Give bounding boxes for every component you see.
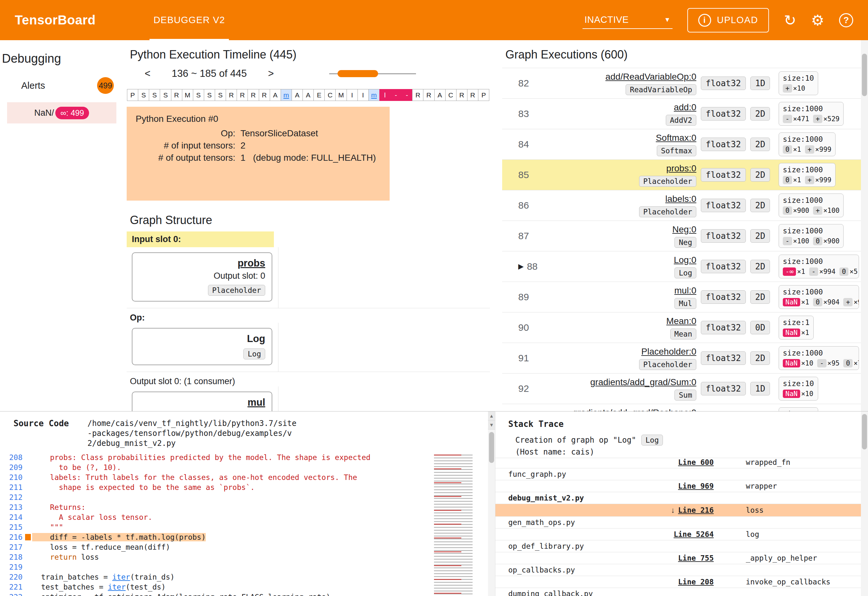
tensor-name-link[interactable]: gradients/add_grad/Reshape:0 xyxy=(573,408,696,412)
code-line[interactable]: 217 loss = tf.reduce_mean(diff) xyxy=(0,542,495,552)
timeline-box[interactable]: S xyxy=(215,89,226,101)
timeline-box[interactable]: I xyxy=(357,89,369,101)
graph-execution-row[interactable]: 93gradients/add_grad/Reshape:0Reshapeflo… xyxy=(502,404,868,411)
timeline-box[interactable]: A xyxy=(434,89,446,101)
stack-line-link[interactable]: Line 600 xyxy=(678,458,714,466)
stack-line-link[interactable]: Line 208 xyxy=(678,578,714,586)
code-line[interactable]: 211 shape is expected to be the same as … xyxy=(0,482,495,493)
code-line[interactable]: 220 train_batches = iter(train_ds) xyxy=(0,572,495,582)
timeline-box[interactable]: R xyxy=(456,89,468,101)
stack-line-link[interactable]: Line 216 xyxy=(678,506,714,514)
graph-executions-scrollbar[interactable] xyxy=(861,40,868,411)
graph-execution-row[interactable]: 92gradients/add_grad/Sum:0Sumfloat321Dsi… xyxy=(502,373,868,404)
scrollbar-thumb[interactable] xyxy=(862,414,867,449)
gear-icon[interactable]: ⚙ xyxy=(811,13,824,28)
timeline-box[interactable]: l xyxy=(379,89,391,101)
output-node-link[interactable]: mul xyxy=(248,397,265,408)
code-line[interactable]: 218 return loss xyxy=(0,552,495,562)
graph-execution-row[interactable]: 91Placeholder:0Placeholderfloat322Dsize:… xyxy=(502,343,868,373)
timeline-box[interactable]: R xyxy=(467,89,478,101)
timeline-box[interactable]: S xyxy=(149,89,160,101)
timeline-box[interactable]: S xyxy=(204,89,215,101)
slider-thumb[interactable] xyxy=(338,70,378,77)
input-node-link[interactable]: probs xyxy=(238,258,265,269)
timeline-prev-button[interactable]: < xyxy=(140,68,155,80)
tensor-name-link[interactable]: probs:0 xyxy=(666,163,696,174)
play-icon[interactable]: ▶ xyxy=(518,262,524,271)
timeline-box[interactable]: m xyxy=(280,89,292,101)
help-icon[interactable]: ? xyxy=(839,13,853,27)
stack-frame-row[interactable]: Line 208invoke_op_callbacks xyxy=(495,576,868,588)
timeline-box[interactable]: S xyxy=(138,89,149,101)
graph-execution-row[interactable]: 89mul:0Mulfloat322Dsize:1000NaN×10×904+×… xyxy=(502,282,868,313)
timeline-box[interactable]: R xyxy=(423,89,434,101)
timeline-box[interactable]: A xyxy=(292,89,303,101)
scrollbar-thumb[interactable] xyxy=(862,54,867,96)
code-line[interactable]: 212 xyxy=(0,493,495,502)
code-line[interactable]: 221 test_batches = iter(test_ds) xyxy=(0,582,495,592)
timeline-box[interactable]: - xyxy=(390,89,402,101)
tensor-name-link[interactable]: add/ReadVariableOp:0 xyxy=(605,72,696,82)
tensor-name-link[interactable]: gradients/add_grad/Sum:0 xyxy=(590,377,696,387)
timeline-box[interactable]: A xyxy=(270,89,281,101)
scroll-up-arrow[interactable]: ▲ xyxy=(488,412,495,420)
tensor-name-link[interactable]: Mean:0 xyxy=(666,316,696,326)
timeline-box[interactable]: S xyxy=(160,89,171,101)
tensor-name-link[interactable]: Placeholder:0 xyxy=(641,347,696,357)
code-line[interactable]: 215 """ xyxy=(0,522,495,533)
stack-line-link[interactable]: Line 5264 xyxy=(673,530,714,538)
tensor-name-link[interactable]: Log:0 xyxy=(674,255,696,265)
timeline-box[interactable]: R xyxy=(226,89,237,101)
code-line[interactable]: 209 to be (?, 10). xyxy=(0,463,495,472)
timeline-box[interactable]: I xyxy=(347,89,358,101)
code-line[interactable]: 213 Returns: xyxy=(0,502,495,512)
scroll-down-arrow[interactable]: ▼ xyxy=(488,420,495,429)
tensor-name-link[interactable]: mul:0 xyxy=(675,285,696,296)
stack-frame-row[interactable]: Line 755_apply_op_helper xyxy=(495,552,868,564)
timeline-box[interactable]: R xyxy=(237,89,248,101)
graph-execution-row[interactable]: 84Softmax:0Softmaxfloat322Dsize:10000×1+… xyxy=(502,129,868,160)
alert-item-nan-inf[interactable]: NaN/ ∞: 499 xyxy=(7,102,117,124)
tensor-name-link[interactable]: add:0 xyxy=(674,102,696,112)
timeline-box[interactable]: M xyxy=(182,89,193,101)
code-line[interactable]: 216 diff = -labels * tf.math.log(probs) xyxy=(0,533,495,542)
stack-line-link[interactable]: Line 969 xyxy=(678,482,714,490)
code-minimap[interactable] xyxy=(434,454,482,596)
timeline-box[interactable]: A xyxy=(303,89,314,101)
timeline-box[interactable]: E xyxy=(313,89,325,101)
scrollbar-thumb[interactable] xyxy=(489,432,494,463)
run-status-dropdown[interactable]: INACTIVE ▼ xyxy=(583,11,673,29)
graph-execution-row[interactable]: 86labels:0Placeholderfloat322Dsize:10000… xyxy=(502,190,868,221)
graph-execution-row[interactable]: ▶88Log:0Logfloat322Dsize:1000-∞×1-×9940×… xyxy=(502,251,868,282)
graph-execution-row[interactable]: 85probs:0Placeholderfloat322Dsize:10000×… xyxy=(502,160,868,190)
code-line[interactable]: 214 A scalar loss tensor. xyxy=(0,512,495,522)
stack-frame-row[interactable]: ↓Line 216loss xyxy=(495,504,868,516)
timeline-box[interactable]: M xyxy=(335,89,347,101)
timeline-box[interactable]: - xyxy=(401,89,412,101)
code-line[interactable]: 208 probs: Class probabilities predicted… xyxy=(0,453,495,463)
stack-frame-row[interactable]: Line 969wrapper xyxy=(495,480,868,492)
timeline-box[interactable]: R xyxy=(171,89,182,101)
tensor-name-link[interactable]: Softmax:0 xyxy=(656,133,696,143)
code-line[interactable]: 222 optimizer = tf.optimizers.Adam(learn… xyxy=(0,592,495,596)
graph-execution-row[interactable]: 82add/ReadVariableOp:0ReadVariableOpfloa… xyxy=(502,68,868,99)
tensor-name-link[interactable]: labels:0 xyxy=(665,194,696,204)
graph-execution-row[interactable]: 87Neg:0Negfloat322Dsize:1000-×1000×900 xyxy=(502,221,868,251)
stack-frame-row[interactable]: Line 600wrapped_fn xyxy=(495,458,868,468)
stack-trace-scrollbar[interactable] xyxy=(861,412,868,596)
timeline-box[interactable]: R xyxy=(248,89,259,101)
graph-execution-row[interactable]: 90Mean:0Meanfloat320Dsize:1NaN×1 xyxy=(502,313,868,343)
stack-line-link[interactable]: Line 755 xyxy=(678,554,714,562)
timeline-slider[interactable] xyxy=(329,69,416,78)
timeline-box[interactable]: m xyxy=(368,89,380,101)
timeline-box[interactable]: C xyxy=(445,89,456,101)
source-code-scrollbar[interactable]: ▲ ▼ xyxy=(488,412,495,596)
timeline-box[interactable]: C xyxy=(324,89,336,101)
code-line[interactable]: 210 labels: Truth labels for the classes… xyxy=(0,472,495,482)
tab-debugger-v2[interactable]: DEBUGGER V2 xyxy=(149,0,229,40)
tensor-name-link[interactable]: Neg:0 xyxy=(672,224,696,235)
timeline-box[interactable]: S xyxy=(193,89,204,101)
timeline-box[interactable]: P xyxy=(478,89,489,101)
timeline-next-button[interactable]: > xyxy=(264,68,278,80)
refresh-icon[interactable]: ↻ xyxy=(784,13,796,28)
